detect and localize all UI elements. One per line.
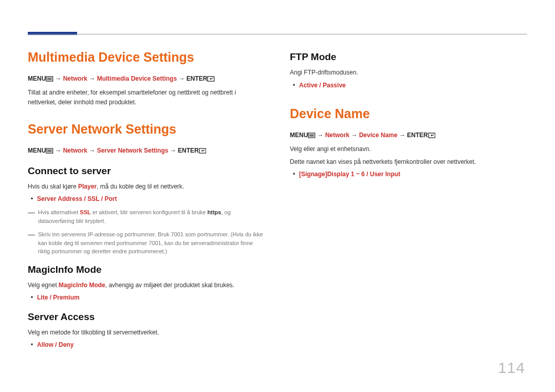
arrow: → [53, 147, 63, 154]
body-device-2: Dette navnet kan vises på nettverkets fj… [290, 157, 527, 167]
heading-multimedia: Multimedia Device Settings [28, 49, 265, 65]
enter-icon [428, 132, 436, 141]
menu-label: MENU [290, 132, 308, 139]
nav-device-name: Device Name [359, 132, 398, 139]
body-access: Velg en metode for tilkobling til server… [28, 328, 265, 338]
heading-device-name: Device Name [290, 106, 527, 121]
subheading-ftp: FTP Mode [290, 51, 527, 63]
subheading-magicinfo: MagicInfo Mode [28, 264, 265, 275]
enter-label: ENTER [178, 147, 199, 154]
page-number: 114 [498, 359, 525, 377]
player-hot: Player [78, 183, 97, 190]
arrow: → [177, 75, 187, 82]
two-column-layout: Multimedia Device Settings MENU → Networ… [28, 49, 527, 354]
list-item: Active / Passive [290, 81, 527, 90]
heading-server-network: Server Network Settings [28, 121, 265, 137]
list-item: Allow / Deny [28, 340, 265, 350]
bullet-list-device: [Signage]Display 1 ~ 6 / User Input [290, 170, 527, 179]
arrow: → [53, 75, 63, 82]
accent-bar [28, 32, 77, 35]
note-text: Hvis alternativet SSL er aktivert, blir … [38, 208, 265, 225]
menu-label: MENU [28, 75, 46, 82]
body-device-1: Velg eller angi et enhetsnavn. [290, 144, 527, 154]
nav-network: Network [63, 75, 87, 82]
arrow: → [87, 147, 97, 154]
document-page: Multimedia Device Settings MENU → Networ… [0, 0, 555, 392]
enter-icon [207, 75, 215, 85]
body-ftp: Angi FTP-driftsmodusen. [290, 68, 527, 78]
list-item: Server Address / SSL / Port [28, 194, 265, 204]
nav-path-device: MENU → Network → Device Name → ENTER [290, 130, 527, 141]
list-item: Lite / Premium [28, 293, 265, 303]
menu-icon [308, 132, 316, 141]
subheading-connect: Connect to server [28, 165, 265, 177]
nav-path-server: MENU → Network → Server Network Settings… [28, 146, 265, 157]
subheading-access: Server Access [28, 311, 265, 323]
note-ssl: ― Hvis alternativet SSL er aktivert, bli… [28, 208, 265, 225]
menu-label: MENU [28, 147, 46, 154]
note-port: ― Skriv inn serverens IP-adresse og port… [28, 230, 265, 256]
arrow: → [397, 132, 407, 139]
arrow: → [349, 132, 359, 139]
bullet-list-access: Allow / Deny [28, 340, 265, 350]
arrow: → [316, 132, 325, 139]
note-dash-icon: ― [28, 208, 35, 225]
magicinfo-hot: MagicInfo Mode [59, 282, 105, 289]
arrow: → [87, 75, 97, 82]
nav-network: Network [63, 147, 87, 154]
list-item: [Signage]Display 1 ~ 6 / User Input [290, 170, 527, 179]
bullet-list-ftp: Active / Passive [290, 81, 527, 90]
note-text: Skriv inn serverens IP-adresse og portnu… [38, 230, 265, 256]
menu-icon [46, 147, 53, 157]
left-column: Multimedia Device Settings MENU → Networ… [28, 49, 265, 354]
enter-icon [199, 147, 207, 157]
arrow: → [168, 147, 178, 154]
nav-multimedia: Multimedia Device Settings [97, 75, 177, 82]
top-rule [28, 34, 527, 34]
nav-network: Network [325, 132, 349, 139]
bullet-list-connect: Server Address / SSL / Port [28, 194, 265, 204]
body-multimedia: Tillat at andre enheter, for eksempel sm… [28, 88, 265, 107]
note-dash-icon: ― [28, 230, 35, 256]
body-connect: Hvis du skal kjøre Player, må du koble d… [28, 182, 265, 192]
bullet-list-magic: Lite / Premium [28, 293, 265, 303]
menu-icon [46, 75, 53, 85]
right-column: FTP Mode Angi FTP-driftsmodusen. Active … [290, 49, 527, 354]
body-magicinfo: Velg egnet MagicInfo Mode, avhengig av m… [28, 281, 265, 290]
nav-server-settings: Server Network Settings [97, 147, 169, 154]
enter-label: ENTER [187, 75, 208, 82]
enter-label: ENTER [407, 132, 428, 139]
nav-path-multimedia: MENU → Network → Multimedia Device Setti… [28, 74, 265, 85]
